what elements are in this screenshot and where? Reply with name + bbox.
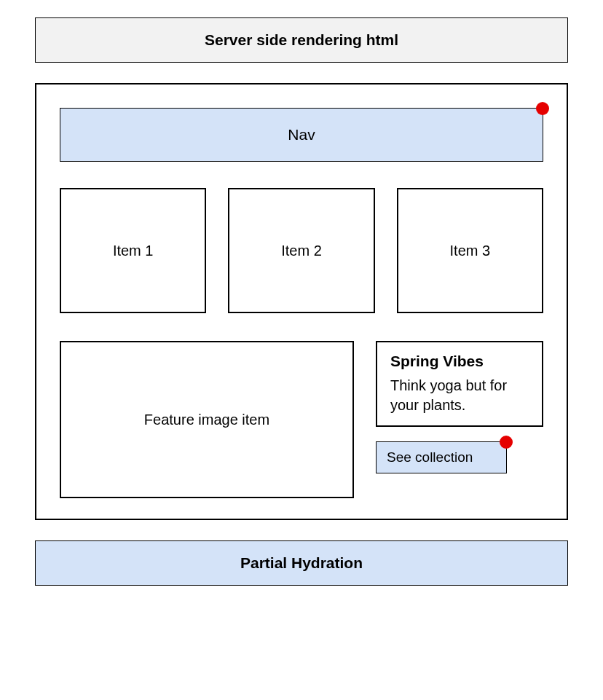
nav-bar[interactable]: Nav: [60, 108, 543, 162]
feature-image-item: Feature image item: [60, 341, 354, 498]
item-box-2: Item 2: [228, 188, 374, 313]
promo-box: Spring Vibes Think yoga but for your pla…: [376, 341, 543, 427]
items-row: Item 1 Item 2 Item 3: [60, 188, 543, 313]
feature-image-label: Feature image item: [144, 412, 269, 428]
feature-row: Feature image item Spring Vibes Think yo…: [60, 341, 543, 498]
promo-title: Spring Vibes: [390, 353, 529, 370]
see-collection-label: See collection: [387, 449, 473, 465]
item-label: Item 2: [281, 243, 322, 259]
feature-right-column: Spring Vibes Think yoga but for your pla…: [376, 341, 543, 498]
partial-hydration-banner: Partial Hydration: [35, 540, 568, 586]
see-collection-button[interactable]: See collection: [376, 441, 507, 473]
item-label: Item 1: [113, 243, 154, 259]
server-render-banner: Server side rendering html: [35, 17, 568, 63]
hydration-dot-icon: [536, 102, 549, 115]
partial-hydration-label: Partial Hydration: [240, 554, 363, 571]
promo-text: Think yoga but for your plants.: [390, 376, 529, 415]
nav-label: Nav: [288, 126, 315, 143]
server-render-banner-label: Server side rendering html: [205, 31, 398, 48]
main-frame: Nav Item 1 Item 2 Item 3 Feature image i…: [35, 83, 568, 520]
item-label: Item 3: [450, 243, 491, 259]
item-box-3: Item 3: [397, 188, 543, 313]
item-box-1: Item 1: [60, 188, 206, 313]
hydration-dot-icon: [500, 436, 513, 449]
